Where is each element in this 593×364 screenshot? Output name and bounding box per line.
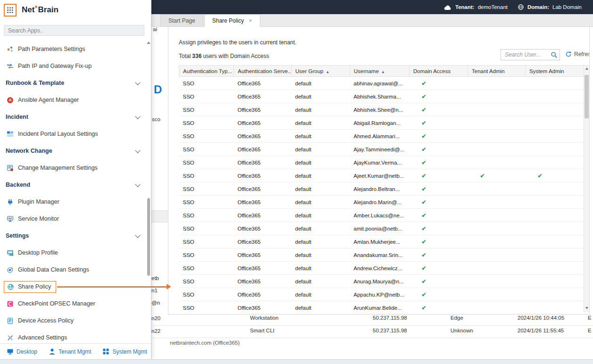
refresh-button[interactable]: Refresh [565, 51, 590, 58]
tab-share-policy[interactable]: Share Policy × [204, 14, 260, 27]
table-row[interactable]: SSOOffice365defaultAbigail.Ramlogan...✔ [179, 116, 584, 130]
global-data-clean-icon [7, 266, 14, 273]
sidebar-section-label: Runbook & Template [6, 80, 64, 86]
table-cell: SSO [179, 314, 234, 315]
table-row[interactable]: SSOOffice365defaultArunKumar.Belide...✔ [179, 301, 584, 314]
sidebar-item-desktop-profile[interactable]: Desktop Profile [0, 244, 151, 261]
sidebar-item-path-ip-gateway-fixup[interactable]: Path IP and Gateway Fix-up [0, 58, 151, 74]
footer-link-label: Tenant Mgmt [58, 348, 91, 355]
sidebar-item-service-monitor[interactable]: Service Monitor [0, 210, 151, 227]
sort-asc-icon[interactable]: ▲ [326, 70, 329, 74]
table-row[interactable]: SSOOffice365defaultAmber.Lukacs@ne...✔ [179, 209, 584, 222]
table-row[interactable]: SSOOffice365defaultAnandakumar.Srin...✔ [179, 248, 584, 262]
column-authentication-server[interactable]: Authentication Serve... [234, 66, 292, 77]
sidebar-section-runbook-template[interactable]: Runbook & Template [0, 74, 151, 91]
change-management-icon [7, 165, 14, 172]
sidebar-item-change-management-settings[interactable]: Change Management Settings [0, 159, 151, 176]
scroll-up-icon[interactable] [585, 67, 588, 70]
table-row[interactable]: SSOOffice365defaultAndrew.Cichewicz...✔ [179, 262, 584, 275]
logo-text: Brain [38, 5, 58, 14]
table-cell: SSO [179, 222, 234, 235]
domain-value[interactable]: Lab Domain [552, 4, 582, 10]
sidebar-item-label: Path Parameters Settings [18, 46, 85, 52]
tenant-value[interactable]: demoTenant [478, 4, 508, 10]
table-row[interactable]: SSOOffice365defaultAlejandro.Marin@...✔ [179, 196, 584, 209]
share-policy-panel: Assign privileges to the users in curren… [168, 27, 590, 314]
sidebar-item-incident-portal-layout-settings[interactable]: Incident Portal Layout Settings [0, 125, 151, 142]
sidebar-item-label: CheckPoint OPSEC Manager [18, 300, 95, 307]
footer-link-system-mgmt[interactable]: System Mgmt [102, 348, 147, 355]
table-row[interactable]: SSOOffice365defaultabhinav.agrawal@...✔ [179, 77, 584, 90]
sidebar-item-label: Advanced Settings [18, 334, 67, 341]
table-cell [526, 182, 584, 196]
scrollbar-thumb[interactable] [147, 198, 150, 276]
column-tenant-admin[interactable]: Tenant Admin [468, 66, 526, 77]
table-row[interactable]: SSOOffice365defaultAmlan.Mukherjee...✔ [179, 235, 584, 248]
table-cell [526, 222, 584, 235]
sidebar-scrollbar[interactable] [147, 41, 150, 347]
sidebar-section-incident[interactable]: Incident [0, 108, 151, 125]
table-row[interactable]: SSOOffice365defaultamit.poonia@netb...✔ [179, 222, 584, 235]
search-icon[interactable] [551, 51, 558, 60]
table-scrollbar[interactable] [584, 65, 590, 312]
apps-sidebar: NetBrain Path Parameters Settings Path I… [0, 0, 151, 359]
table-row[interactable]: SSOOffice365defaultAjeet.Kumar@netb...✔✔… [179, 169, 584, 182]
table-cell-checked: ✔ [409, 301, 468, 314]
table-row[interactable]: SSOOffice365defaultAbhishek.Sharma...✔ [179, 90, 584, 103]
clipped-element [151, 210, 168, 223]
sidebar-section-backend[interactable]: Backend [0, 176, 151, 193]
sidebar-item-checkpoint-opsec-manager[interactable]: CheckPoint OPSEC Manager [0, 295, 151, 312]
table-cell [526, 116, 584, 130]
sidebar-section-network-change[interactable]: Network Change [0, 142, 151, 159]
table-cell: default [292, 288, 350, 301]
column-user-group[interactable]: User Group▲ [292, 66, 350, 77]
table-cell [468, 209, 526, 222]
check-icon: ✔ [413, 252, 426, 258]
scroll-up-icon[interactable] [147, 41, 150, 44]
column-system-admin[interactable]: System Admin [526, 66, 584, 77]
close-icon[interactable]: × [249, 17, 252, 24]
desktop-profile-icon [7, 249, 14, 256]
scroll-down-icon[interactable] [585, 307, 588, 309]
table-row[interactable]: SSOOffice365defaultAbhishek.Shee@n...✔ [179, 103, 584, 116]
footer-link-tenant-mgmt[interactable]: Tenant Mgmt [49, 348, 91, 355]
table-cell [468, 196, 526, 209]
sidebar-item-global-data-clean-settings[interactable]: Global Data Clean Settings [0, 261, 151, 278]
tab-start-page[interactable]: Start Page [160, 14, 203, 26]
check-icon: ✔ [472, 173, 485, 179]
table-cell: SSO [179, 262, 234, 275]
refresh-label: Refresh [574, 51, 590, 58]
user-table-body: SSOOffice365defaultabhinav.agrawal@...✔S… [179, 77, 584, 315]
table-row[interactable]: SSOOffice365defaultAnurag.Maurya@n...✔ [179, 275, 584, 288]
sidebar-item-plugin-manager[interactable]: Plugin Manager [0, 193, 151, 210]
table-row[interactable]: SSOOffice365defaultAjayKumar.Verma...✔ [179, 156, 584, 169]
table-cell-checked: ✔ [526, 169, 584, 182]
cloud-icon [443, 4, 452, 10]
table-cell-checked: ✔ [409, 77, 468, 90]
column-username[interactable]: Username▲ [350, 66, 409, 77]
search-apps-input[interactable] [4, 25, 144, 35]
table-cell-checked: ✔ [468, 169, 526, 182]
table-row[interactable]: SSOOffice365defaultAppachu.KP@netb...✔ [179, 288, 584, 301]
scrollbar-thumb[interactable] [585, 75, 589, 118]
sort-asc-icon[interactable]: ▲ [381, 70, 385, 74]
column-domain-access[interactable]: Domain Access [409, 66, 468, 77]
sidebar-section-settings[interactable]: Settings [0, 227, 151, 244]
column-authentication-type[interactable]: Authentication Typ... [179, 66, 234, 77]
sidebar-item-ansible-agent-manager[interactable]: A Ansible Agent Manager [0, 91, 151, 108]
sidebar-item-device-access-policy[interactable]: Device Access Policy [0, 312, 151, 329]
plugin-icon [7, 199, 14, 206]
apps-grid-button[interactable] [4, 4, 17, 17]
table-row[interactable]: SSOOffice365defaultashhar.mohamme...✔ [179, 314, 584, 315]
sidebar-item-label: Path IP and Gateway Fix-up [18, 63, 92, 69]
table-row[interactable]: SSOOffice365defaultAhmed.Alammari...✔ [179, 130, 584, 143]
sidebar-item-path-parameters-settings[interactable]: Path Parameters Settings [0, 41, 151, 58]
table-row[interactable]: SSOOffice365defaultAlejandro.Beltran...✔ [179, 182, 584, 196]
table-cell: Office365 [234, 262, 292, 275]
sidebar-item-label: Desktop Profile [18, 249, 58, 256]
table-cell: Abigail.Ramlogan... [350, 116, 409, 130]
table-row[interactable]: SSOOffice365defaultAjay.Tammineedi@...✔ [179, 143, 584, 156]
table-cell: Anandakumar.Srin... [350, 248, 409, 262]
table-cell [468, 222, 526, 235]
footer-link-desktop[interactable]: Desktop [7, 348, 37, 355]
